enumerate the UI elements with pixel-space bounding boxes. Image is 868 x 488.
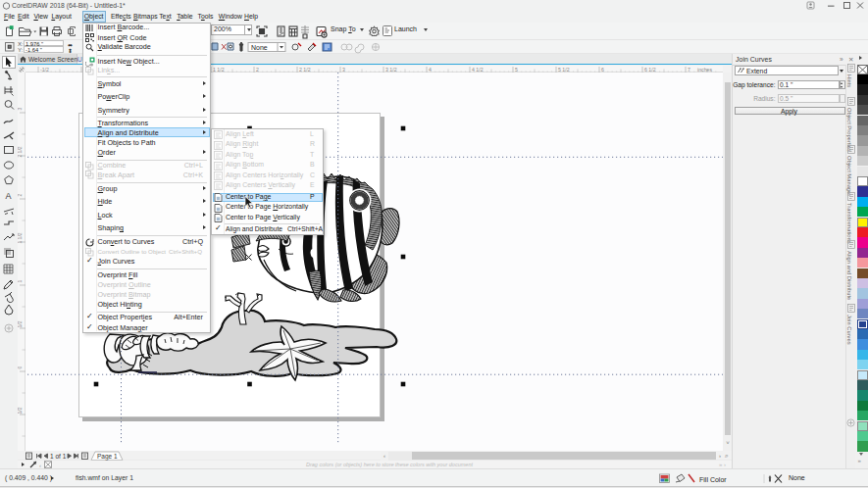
svg-text:1 1/2: 1 1/2 — [213, 67, 225, 73]
svg-text:4 1/2: 4 1/2 — [472, 67, 484, 73]
svg-text:1/2: 1/2 — [18, 320, 23, 327]
svg-text:None: None — [251, 44, 268, 51]
svg-text:2 1/2: 2 1/2 — [18, 146, 23, 157]
svg-text:Fill Color: Fill Color — [699, 475, 727, 482]
svg-text:‹: ‹ — [39, 463, 41, 468]
svg-text:1/2: 1/2 — [18, 407, 23, 414]
svg-text:2 1/2: 2 1/2 — [299, 67, 311, 73]
svg-text:-1/2: -1/2 — [40, 67, 49, 73]
svg-text:3: 3 — [18, 107, 23, 110]
svg-text:0: 0 — [18, 366, 23, 368]
svg-text:A: A — [6, 191, 12, 201]
svg-text:1 1/2: 1 1/2 — [18, 232, 23, 243]
svg-text:1 of 1: 1 of 1 — [50, 453, 67, 460]
svg-text:3 1/2: 3 1/2 — [385, 67, 397, 73]
svg-text:5 1/2: 5 1/2 — [558, 67, 570, 73]
svg-text:2: 2 — [18, 193, 23, 196]
svg-text:Page 1: Page 1 — [97, 453, 118, 461]
svg-text:6 1/2: 6 1/2 — [644, 67, 656, 73]
svg-text:inches: inches — [697, 67, 712, 73]
svg-text:1: 1 — [18, 279, 23, 282]
